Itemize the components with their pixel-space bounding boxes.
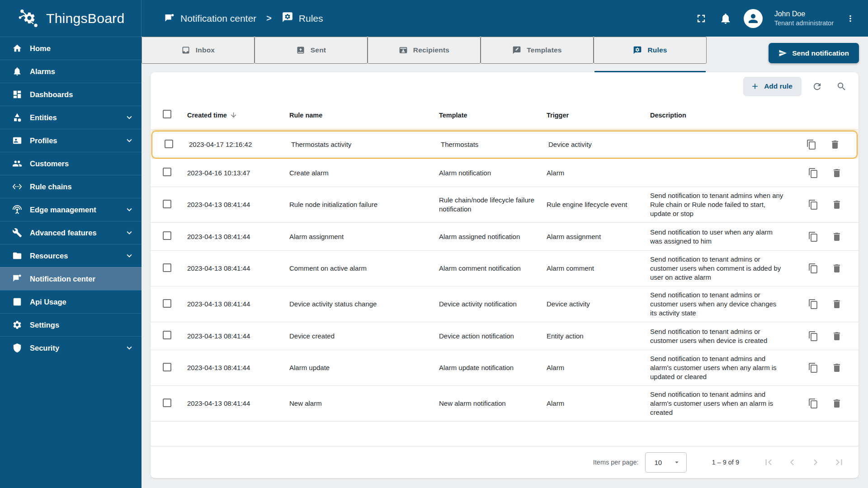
copy-rule-button[interactable] xyxy=(808,397,821,410)
page-size-select[interactable]: 10 xyxy=(645,452,687,473)
tab-templates[interactable]: Templates xyxy=(481,37,594,64)
created-time-cell: 2023-04-16 10:13:47 xyxy=(187,169,289,178)
refresh-button[interactable] xyxy=(808,77,826,95)
copy-rule-button[interactable] xyxy=(808,298,821,310)
select-all-checkbox[interactable] xyxy=(163,110,171,118)
more-vert-icon[interactable] xyxy=(845,12,855,25)
delete-rule-button[interactable] xyxy=(831,330,844,343)
send-notification-button[interactable]: Send notification xyxy=(769,43,859,63)
delete-rule-button[interactable] xyxy=(831,361,844,374)
copy-rule-button[interactable] xyxy=(806,138,819,151)
sidebar-item-label: Settings xyxy=(30,321,59,329)
tab-sent[interactable]: Sent xyxy=(255,37,368,64)
row-checkbox[interactable] xyxy=(163,263,171,272)
sidebar-item-dashboards[interactable]: Dashboards xyxy=(0,83,142,106)
breadcrumb-notification-center[interactable]: Notification center xyxy=(164,13,256,24)
rule-name-cell: Alarm assignment xyxy=(289,232,439,241)
column-header-template[interactable]: Template xyxy=(439,112,547,119)
sidebar-item-profiles[interactable]: Profiles xyxy=(0,129,142,152)
row-checkbox[interactable] xyxy=(165,140,173,148)
trash-icon xyxy=(830,139,840,150)
apiusage-icon xyxy=(12,297,22,307)
sidebar-item-api-usage[interactable]: Api Usage xyxy=(0,290,142,313)
copy-rule-button[interactable] xyxy=(808,361,821,374)
table-row[interactable]: 2023-04-13 08:41:44 Alarm update Alarm u… xyxy=(151,350,859,386)
previous-page-button[interactable] xyxy=(786,455,800,469)
copy-rule-button[interactable] xyxy=(808,230,821,243)
next-page-button[interactable] xyxy=(810,455,823,469)
user-name: John Doe xyxy=(774,9,834,19)
breadcrumb-rules[interactable]: Rules xyxy=(282,11,323,25)
sidebar-item-entities[interactable]: Entities xyxy=(0,106,142,129)
sidebar-item-settings[interactable]: Settings xyxy=(0,313,142,336)
sidebar-item-customers[interactable]: Customers xyxy=(0,152,142,175)
delete-rule-button[interactable] xyxy=(830,138,842,151)
sidebar-item-rule-chains[interactable]: Rule chains xyxy=(0,175,142,198)
search-button[interactable] xyxy=(832,77,850,95)
trash-icon xyxy=(831,168,842,178)
first-page-button[interactable] xyxy=(763,455,776,469)
fullscreen-icon[interactable] xyxy=(695,12,708,25)
rule-name-cell: Comment on active alarm xyxy=(289,264,439,273)
table-row[interactable]: 2023-04-13 08:41:44 Alarm assignment Ala… xyxy=(151,223,859,251)
row-checkbox[interactable] xyxy=(163,363,171,371)
row-checkbox[interactable] xyxy=(163,399,171,407)
copy-rule-button[interactable] xyxy=(808,262,821,275)
avatar[interactable] xyxy=(744,9,763,28)
sidebar-item-label: Notification center xyxy=(30,275,95,283)
table-row[interactable]: 2023-04-13 08:41:44 Rule node initializa… xyxy=(151,187,859,223)
created-time-cell: 2023-04-13 08:41:44 xyxy=(187,264,289,273)
tab-recipients[interactable]: Recipients xyxy=(368,37,481,64)
delete-rule-button[interactable] xyxy=(831,167,844,179)
copy-rule-button[interactable] xyxy=(808,167,821,179)
tab-inbox[interactable]: Inbox xyxy=(142,37,255,64)
table-row[interactable]: 2023-04-13 08:41:44 New alarm New alarm … xyxy=(151,386,859,422)
tab-rules[interactable]: Rules xyxy=(594,37,707,64)
trash-icon xyxy=(831,263,842,274)
search-icon xyxy=(836,81,847,92)
logo[interactable]: ThingsBoard xyxy=(0,0,142,37)
sidebar-item-notification-center[interactable]: Notification center xyxy=(0,267,142,290)
column-header-description[interactable]: Description xyxy=(650,112,796,119)
sidebar-item-home[interactable]: Home xyxy=(0,37,142,60)
delete-rule-button[interactable] xyxy=(831,298,844,310)
description-cell: Send notification to tenant admins or cu… xyxy=(650,255,796,282)
row-checkbox[interactable] xyxy=(163,231,171,240)
table-row[interactable]: 2023-04-16 10:13:47 Create alarm Alarm n… xyxy=(151,159,859,187)
plus-icon xyxy=(750,82,760,91)
last-page-button[interactable] xyxy=(833,455,847,469)
delete-rule-button[interactable] xyxy=(831,397,844,410)
column-header-created-time[interactable]: Created time xyxy=(187,111,289,119)
description-cell: Send notification to user when any alarm… xyxy=(650,228,796,246)
copy-rule-button[interactable] xyxy=(808,330,821,343)
trash-icon xyxy=(831,331,842,342)
copy-rule-button[interactable] xyxy=(808,198,821,211)
trigger-cell: Alarm xyxy=(547,399,650,408)
row-checkbox[interactable] xyxy=(163,331,171,339)
column-header-rule-name[interactable]: Rule name xyxy=(289,112,439,119)
row-checkbox[interactable] xyxy=(163,299,171,308)
table-row[interactable]: 2023-04-13 08:41:44 Device created Devic… xyxy=(151,322,859,350)
sidebar-item-advanced-features[interactable]: Advanced features xyxy=(0,221,142,244)
tab-label: Inbox xyxy=(196,46,215,54)
table-row[interactable]: 2023-04-13 08:41:44 Comment on active al… xyxy=(151,251,859,286)
copy-icon xyxy=(806,139,817,150)
column-header-trigger[interactable]: Trigger xyxy=(547,112,650,119)
sidebar-item-edge-management[interactable]: Edge management xyxy=(0,198,142,221)
row-checkbox[interactable] xyxy=(163,200,171,208)
delete-rule-button[interactable] xyxy=(831,198,844,211)
table-footer: Items per page: 10 1 – 9 of 9 xyxy=(151,446,859,478)
header-actions: John Doe Tenant administrator xyxy=(695,9,868,28)
table-row[interactable]: 2023-04-17 12:16:42 Thermostats activity… xyxy=(151,131,858,159)
row-checkbox[interactable] xyxy=(163,168,171,176)
sidebar-item-alarms[interactable]: Alarms xyxy=(0,60,142,83)
delete-rule-button[interactable] xyxy=(831,230,844,243)
trash-icon xyxy=(831,299,842,310)
sidebar-item-resources[interactable]: Resources xyxy=(0,244,142,267)
sidebar-item-label: Edge management xyxy=(30,206,96,214)
table-row[interactable]: 2023-04-13 08:41:44 Device activity stat… xyxy=(151,286,859,322)
bell-icon[interactable] xyxy=(719,12,732,25)
add-rule-button[interactable]: Add rule xyxy=(743,77,802,96)
delete-rule-button[interactable] xyxy=(831,262,844,275)
sidebar-item-security[interactable]: Security xyxy=(0,336,142,359)
